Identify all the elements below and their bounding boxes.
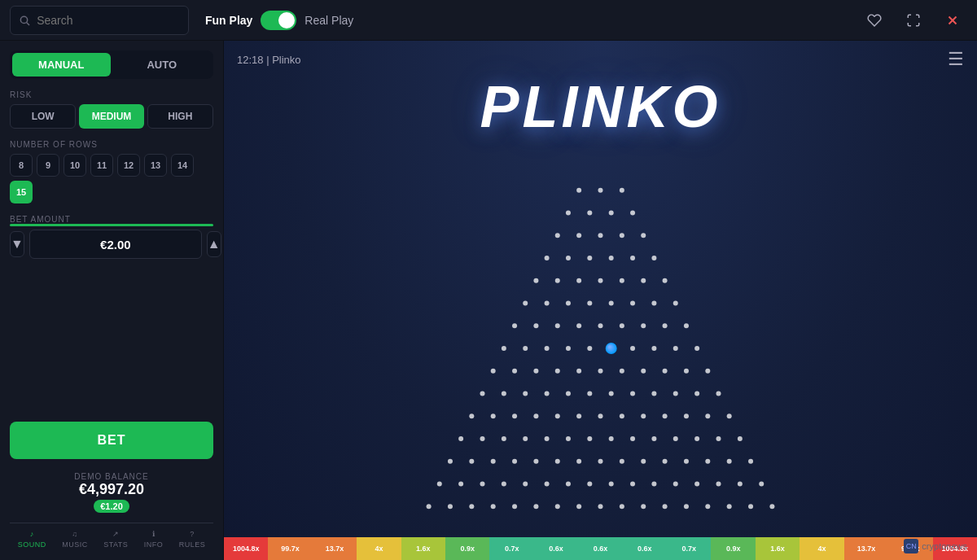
demo-balance: DEMO BALANCE €4,997.20 €1.20 xyxy=(10,467,213,514)
cn-logo: CN xyxy=(904,539,918,553)
info-icon-item[interactable]: ℹ INFO xyxy=(144,530,164,549)
row-9[interactable]: 9 xyxy=(37,154,59,177)
mult-cell-9: 0.6x xyxy=(623,537,667,560)
mult-cell-0: 1004.8x xyxy=(224,537,268,560)
info-icon: ℹ xyxy=(152,530,156,538)
search-box[interactable] xyxy=(10,6,189,35)
game-menu-icon[interactable]: ☰ xyxy=(948,49,964,70)
mult-cell-14: 13.7x xyxy=(844,537,888,560)
stats-label: STATS xyxy=(103,540,128,549)
music-label: MUSIC xyxy=(62,540,88,549)
close-button[interactable] xyxy=(938,6,967,35)
mode-tabs: Manual Auto xyxy=(10,50,213,79)
mult-cell-5: 0.9x xyxy=(445,537,489,560)
bet-amount-bar xyxy=(10,224,213,226)
mult-cell-7: 0.6x xyxy=(534,537,578,560)
multiplier-bar: 1004.8x99.7x13.7x4x1.6x0.9x0.7x0.6x0.6x0… xyxy=(224,537,977,560)
sound-icon: ♪ xyxy=(30,530,34,538)
cryptonews-watermark: CN cryptonews xyxy=(904,539,967,553)
sidebar: Manual Auto RISK LOW MEDIUM HIGH NUMBER … xyxy=(0,41,224,560)
sidebar-spacer xyxy=(10,267,213,413)
bet-button[interactable]: BET xyxy=(10,422,213,459)
game-name: Plinko xyxy=(272,54,300,66)
search-input[interactable] xyxy=(37,14,180,27)
favorite-button[interactable] xyxy=(860,6,889,35)
rules-icon: ? xyxy=(190,530,195,538)
sound-label: SOUND xyxy=(18,540,46,549)
risk-low[interactable]: LOW xyxy=(10,104,76,129)
manual-tab[interactable]: Manual xyxy=(12,53,111,77)
music-icon: ♫ xyxy=(72,530,77,538)
mode-toggle: Fun Play Real Play xyxy=(205,11,353,30)
mult-cell-13: 4x xyxy=(800,537,843,560)
mult-cell-1: 99.7x xyxy=(268,537,312,560)
row-11[interactable]: 11 xyxy=(90,154,113,177)
mult-cell-8: 0.6x xyxy=(578,537,622,560)
search-icon xyxy=(19,14,30,27)
mult-cell-10: 0.7x xyxy=(667,537,711,560)
bet-decrease-button[interactable]: ▼ xyxy=(10,231,24,257)
rules-icon-item[interactable]: ? RULES xyxy=(179,530,206,549)
mult-cell-11: 0.9x xyxy=(711,537,755,560)
rows-section: NUMBER OF ROWS 8 9 10 11 12 13 14 15 xyxy=(10,137,213,203)
svg-point-0 xyxy=(20,16,27,23)
risk-medium[interactable]: MEDIUM xyxy=(79,104,143,129)
mult-cell-6: 0.7x xyxy=(489,537,533,560)
bet-amount-label: BET AMOUNT xyxy=(10,215,213,224)
sidebar-footer: ♪ SOUND ♫ MUSIC ↗ STATS ℹ INFO ? RULES xyxy=(10,523,213,550)
game-time-title: 12:18 | Plinko xyxy=(237,54,301,66)
rows-label: NUMBER OF ROWS xyxy=(10,140,213,149)
mode-toggle-switch[interactable] xyxy=(261,11,296,30)
row-12[interactable]: 12 xyxy=(117,154,140,177)
header-icons xyxy=(860,6,967,35)
mult-cell-4: 1.6x xyxy=(401,537,445,560)
row-15[interactable]: 15 xyxy=(10,181,33,203)
mult-cell-12: 1.6x xyxy=(756,537,800,560)
bet-increase-button[interactable]: ▲ xyxy=(207,231,221,257)
svg-line-1 xyxy=(27,22,29,24)
stats-icon: ↗ xyxy=(112,530,120,538)
row-8[interactable]: 8 xyxy=(10,154,33,177)
risk-options: LOW MEDIUM HIGH xyxy=(10,104,213,129)
fullscreen-button[interactable] xyxy=(899,6,928,35)
row-13[interactable]: 13 xyxy=(144,154,167,177)
stats-icon-item[interactable]: ↗ STATS xyxy=(103,530,128,549)
mult-cell-2: 13.7x xyxy=(313,537,357,560)
game-time: 12:18 xyxy=(237,54,264,66)
info-label: INFO xyxy=(144,540,164,549)
main-layout: Manual Auto RISK LOW MEDIUM HIGH NUMBER … xyxy=(0,41,977,560)
rules-label: RULES xyxy=(179,540,206,549)
demo-balance-label: DEMO BALANCE xyxy=(10,472,213,481)
demo-balance-amount: €4,997.20 xyxy=(10,481,213,498)
bet-amount-input[interactable] xyxy=(29,230,202,259)
risk-section: RISK LOW MEDIUM HIGH xyxy=(10,87,213,129)
real-play-label: Real Play xyxy=(304,14,353,27)
row-10[interactable]: 10 xyxy=(64,154,86,177)
auto-tab[interactable]: Auto xyxy=(113,53,212,77)
risk-label: RISK xyxy=(10,90,213,99)
mult-cell-3: 4x xyxy=(357,537,401,560)
demo-chip: €1.20 xyxy=(94,500,129,513)
bet-amount-section: BET AMOUNT ▼ ▲ xyxy=(10,212,213,259)
row-14[interactable]: 14 xyxy=(171,154,194,177)
bet-input-row: ▼ ▲ xyxy=(10,230,213,259)
cn-text: cryptonews xyxy=(922,541,967,551)
rows-grid: 8 9 10 11 12 13 14 15 xyxy=(10,154,213,203)
game-area: 12:18 | Plinko ☰ PLINKO 1004.8x99.7x13.7… xyxy=(224,41,977,560)
sound-icon-item[interactable]: ♪ SOUND xyxy=(18,530,46,549)
risk-high[interactable]: HIGH xyxy=(147,104,213,129)
music-icon-item[interactable]: ♫ MUSIC xyxy=(62,530,88,549)
fun-play-label: Fun Play xyxy=(205,14,252,27)
header: Fun Play Real Play xyxy=(0,0,977,41)
plinko-canvas xyxy=(224,78,977,537)
plinko-board xyxy=(224,78,977,537)
toggle-knob xyxy=(278,12,295,28)
